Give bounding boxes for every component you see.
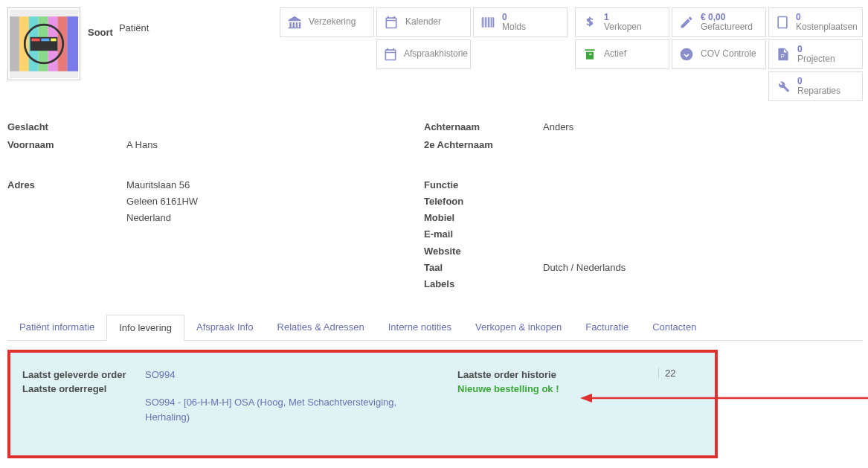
tabs: Patiënt informatie Info levering Afspraa… bbox=[7, 315, 863, 341]
hl-value-last-orderline[interactable]: SO994 - [06-H-M-H] OSA (Hoog, Met Schach… bbox=[145, 395, 428, 424]
value-taal: Dutch / Nederlands bbox=[543, 260, 766, 276]
svg-rect-1 bbox=[10, 16, 19, 71]
value-achternaam: Anders bbox=[543, 119, 766, 135]
stat-kostenplaatsen[interactable]: 0Kostenplaatsen bbox=[768, 7, 863, 37]
svg-point-13 bbox=[681, 48, 693, 61]
svg-rect-7 bbox=[67, 16, 78, 71]
label-taal: Taal bbox=[424, 260, 543, 276]
stat-cov[interactable]: COV Controle bbox=[672, 39, 766, 69]
stat-kalender-label: Kalender bbox=[405, 17, 441, 27]
label-geslacht: Geslacht bbox=[7, 119, 126, 135]
stat-actief[interactable]: Actief bbox=[575, 39, 669, 69]
value-voornaam: A Hans bbox=[126, 137, 424, 153]
svg-rect-11 bbox=[41, 39, 49, 42]
soort-label: Soort bbox=[88, 27, 113, 38]
hl-label-last-order: Laatst geleverde order bbox=[22, 368, 138, 382]
stat-molds-label: Molds bbox=[502, 22, 526, 32]
addr-line1: Mauritslaan 56 bbox=[126, 177, 424, 193]
label-telefoon: Telefoon bbox=[424, 193, 543, 210]
svg-rect-12 bbox=[51, 39, 56, 42]
label-achternaam2: 2e Achternaam bbox=[424, 137, 543, 153]
stat-kalender[interactable]: Kalender bbox=[376, 7, 471, 37]
svg-text:P: P bbox=[781, 53, 785, 60]
addr-line2: Geleen 6161HW bbox=[126, 193, 424, 210]
label-email: E-mail bbox=[424, 226, 543, 243]
book-icon bbox=[775, 14, 790, 31]
stat-kosten-label: Kostenplaatsen bbox=[796, 22, 858, 32]
hl-history-count: 22 bbox=[658, 368, 703, 379]
tab-info-levering[interactable]: Info levering bbox=[106, 315, 184, 341]
label-website: Website bbox=[424, 243, 543, 260]
download-icon bbox=[678, 46, 695, 62]
tab-afspraak-info[interactable]: Afspraak Info bbox=[184, 315, 266, 340]
hl-message: Nieuwe bestelling ok ! bbox=[457, 382, 651, 397]
stat-verkopen-label: Verkopen bbox=[604, 22, 642, 32]
stat-projecten-label: Projecten bbox=[797, 54, 835, 64]
stat-reparaties-label: Reparaties bbox=[797, 86, 840, 96]
bank-icon bbox=[286, 14, 303, 31]
barcode-icon bbox=[480, 14, 496, 31]
tab-relaties[interactable]: Relaties & Adressen bbox=[266, 315, 376, 340]
avatar bbox=[7, 7, 80, 80]
soort-value: Patiënt bbox=[119, 22, 149, 33]
stat-verkopen[interactable]: 1Verkopen bbox=[575, 7, 669, 37]
stat-gefactureerd-label: Gefactureerd bbox=[701, 22, 753, 32]
stat-cov-label: COV Controle bbox=[701, 49, 756, 59]
stat-molds[interactable]: 0Molds bbox=[473, 7, 568, 37]
tab-verkopen-inkopen[interactable]: Verkopen & inkopen bbox=[463, 315, 573, 340]
dollar-icon bbox=[582, 14, 598, 31]
stat-afspraakhistorie[interactable]: Afspraakhistorie bbox=[376, 39, 471, 69]
hl-label-history: Laatste order historie bbox=[457, 368, 651, 382]
hl-value-last-order[interactable]: SO994 bbox=[145, 368, 450, 382]
tab-patient-info[interactable]: Patiënt informatie bbox=[7, 315, 106, 340]
tab-interne-notities[interactable]: Interne notities bbox=[376, 315, 463, 340]
stat-gefactureerd[interactable]: € 0,00Gefactureerd bbox=[672, 7, 766, 37]
stat-verzekering-label: Verzekering bbox=[309, 17, 356, 27]
label-mobiel: Mobiel bbox=[424, 210, 543, 226]
stat-actief-label: Actief bbox=[604, 49, 626, 59]
value-geslacht bbox=[126, 119, 424, 135]
archive-icon bbox=[582, 46, 598, 62]
calendar-icon bbox=[383, 14, 399, 31]
edit-icon bbox=[678, 14, 695, 31]
stat-verzekering[interactable]: Verzekering bbox=[280, 7, 374, 37]
stat-afspraak-label: Afspraakhistorie bbox=[404, 49, 468, 59]
label-functie: Functie bbox=[424, 177, 543, 193]
page-icon: P bbox=[775, 46, 791, 62]
tab-facturatie[interactable]: Facturatie bbox=[573, 315, 640, 340]
calendar-icon bbox=[383, 46, 398, 62]
hl-label-last-orderline: Laatste orderregel bbox=[22, 382, 138, 397]
stat-reparaties[interactable]: 0Reparaties bbox=[768, 71, 863, 101]
value-achternaam2 bbox=[543, 137, 766, 153]
label-labels: Labels bbox=[424, 276, 543, 292]
tab-contacten[interactable]: Contacten bbox=[640, 315, 708, 340]
addr-line3: Nederland bbox=[126, 210, 424, 226]
stat-projecten[interactable]: P 0Projecten bbox=[768, 39, 863, 69]
label-voornaam: Voornaam bbox=[7, 137, 126, 153]
svg-rect-10 bbox=[31, 39, 39, 42]
label-achternaam: Achternaam bbox=[424, 119, 543, 135]
label-adres: Adres bbox=[7, 177, 126, 292]
highlight-box: Laatst geleverde order Laatste orderrege… bbox=[7, 350, 718, 459]
wrench-icon bbox=[775, 78, 791, 94]
